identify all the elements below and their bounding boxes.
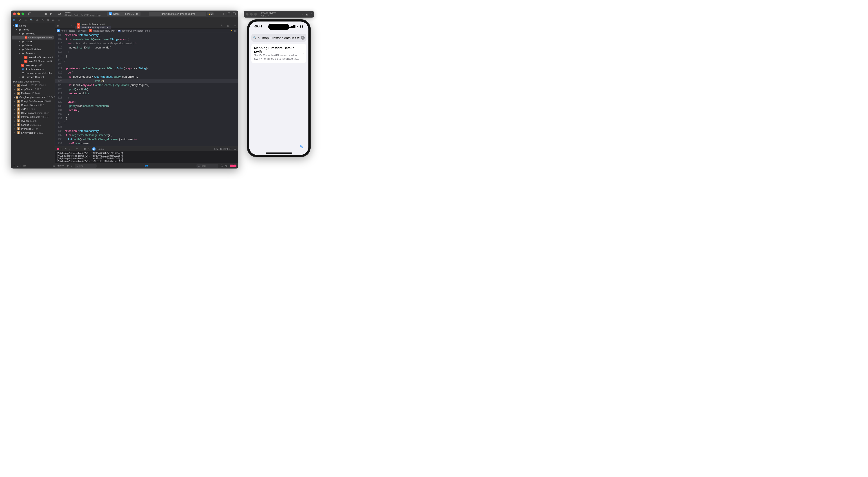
- nav-item[interactable]: ▣Assets.xcassets: [11, 67, 55, 71]
- home-icon[interactable]: ⌂: [301, 13, 303, 16]
- home-indicator[interactable]: [266, 153, 292, 154]
- warning-icon[interactable]: ▲: [230, 30, 232, 32]
- nav-item[interactable]: ☰GoogleService-Info.plist: [11, 71, 55, 75]
- navigator-filter-input[interactable]: [21, 165, 51, 167]
- code-line[interactable]: 130 print(error.localizedDescription): [55, 104, 238, 108]
- library-icon[interactable]: [227, 12, 231, 15]
- code-line[interactable]: 122 do {: [55, 70, 238, 74]
- package-dependency[interactable]: ▸▦leveldb 1.22.5: [11, 119, 55, 123]
- package-dependency[interactable]: ▸▦nanopb 2.30910.0: [11, 123, 55, 127]
- add-target-icon[interactable]: ＋: [13, 164, 16, 167]
- report-navigator-icon[interactable]: ☰: [58, 19, 60, 22]
- jump-bar[interactable]: ▣ Notes› Notes› Services› S NotesReposit…: [55, 29, 238, 33]
- nav-item[interactable]: SNotesApp.swift: [11, 63, 55, 67]
- nav-item[interactable]: SNoteEditScreen.swift: [11, 59, 55, 63]
- code-line[interactable]: 136extension NotesRepository {: [55, 129, 238, 133]
- sim-traffic-lights[interactable]: [246, 13, 257, 15]
- code-line[interactable]: 118 }: [55, 54, 238, 58]
- search-field[interactable]: 🔍 ✕: [251, 34, 306, 42]
- editor-tab[interactable]: SNotesListScreen.swift: [75, 23, 111, 26]
- adjust-editor-icon[interactable]: ⇆: [218, 23, 225, 28]
- nav-item[interactable]: SNotesRepository.swift: [12, 36, 54, 39]
- editor-options-icon[interactable]: ▭: [231, 23, 238, 28]
- package-dependency[interactable]: ▸▦abseil 1.2024011601.1: [11, 84, 55, 87]
- code-line[interactable]: 128 }: [55, 95, 238, 100]
- code-line[interactable]: 133 }: [55, 116, 238, 121]
- code-line[interactable]: 123 let queryRequest = QueryRequest(quer…: [55, 74, 238, 79]
- code-line[interactable]: 137 func registerAuthChangeListener() {: [55, 133, 238, 137]
- nav-item[interactable]: ▸📁ViewModifiers: [11, 47, 55, 51]
- minimap-toggle-icon[interactable]: ▥: [234, 29, 237, 32]
- share-icon[interactable]: ⤴: [71, 165, 72, 167]
- compose-icon[interactable]: ✎: [300, 145, 304, 150]
- step-out-icon[interactable]: ↑: [72, 148, 73, 150]
- nav-forward-icon[interactable]: ›: [68, 23, 75, 28]
- related-items-icon[interactable]: ▤: [55, 23, 61, 28]
- bookmark-navigator-icon[interactable]: ☰: [24, 19, 27, 22]
- scheme-branch-icon[interactable]: [58, 12, 61, 15]
- code-line[interactable]: 134}: [55, 121, 238, 125]
- simulate-location-icon[interactable]: ➤: [88, 148, 90, 150]
- env-overrides-icon[interactable]: ⚙: [84, 148, 86, 150]
- pause-icon[interactable]: ‖: [61, 148, 63, 150]
- package-dependency[interactable]: ▸▦SwiftProtobuf 1.26.0: [11, 131, 55, 135]
- code-line[interactable]: 126 print(result.ids): [55, 87, 238, 91]
- console-toggle-icon[interactable]: ▭: [234, 148, 236, 150]
- code-line[interactable]: 119}: [55, 58, 238, 62]
- recent-filter-icon[interactable]: ▭: [53, 164, 55, 167]
- package-dependency[interactable]: ▸▦GoogleDataTransport 9.4.0: [11, 99, 55, 103]
- code-line[interactable]: 121 private func performQuery(searchTerm…: [55, 66, 238, 70]
- console-filter[interactable]: ⌕: [196, 164, 218, 168]
- window-traffic-lights[interactable]: [13, 12, 24, 15]
- code-line[interactable]: 139 self.user = user: [55, 141, 238, 146]
- code-line[interactable]: 124 limit: 2): [55, 79, 238, 83]
- nav-root[interactable]: ▾▣ Notes: [11, 24, 55, 28]
- add-tab-icon[interactable]: [222, 12, 225, 15]
- package-dependency[interactable]: ▸▦AppCheck 10.19.0: [11, 87, 55, 91]
- memory-graph-icon[interactable]: ⌖: [80, 148, 82, 150]
- run-icon[interactable]: [49, 12, 53, 15]
- zoom-window-icon[interactable]: [22, 12, 24, 15]
- screenshot-icon[interactable]: ◧: [306, 13, 308, 16]
- code-line[interactable]: 135: [55, 125, 238, 129]
- nav-item[interactable]: ▾📁Notes: [11, 28, 55, 32]
- nav-item[interactable]: ▸📁Model: [11, 39, 55, 43]
- nav-item[interactable]: ▾📁Screens: [11, 51, 55, 55]
- test-navigator-icon[interactable]: ◇: [42, 19, 44, 22]
- share-icon[interactable]: ⤴: [310, 13, 312, 16]
- minimize-window-icon[interactable]: [17, 12, 20, 15]
- step-over-icon[interactable]: ↷: [65, 148, 67, 150]
- code-line[interactable]: 129 catch {: [55, 100, 238, 104]
- code-line[interactable]: 116 notes.first {$0.id == documentId }: [55, 45, 238, 50]
- metadata-icon[interactable]: ⓘ: [221, 164, 223, 167]
- warning-badge[interactable]: ▲ 2: [207, 12, 214, 15]
- code-line[interactable]: 132 }: [55, 112, 238, 116]
- breakpoints-toggle-icon[interactable]: [57, 148, 59, 150]
- debug-navigator-icon[interactable]: ⊘: [47, 19, 49, 22]
- code-line[interactable]: 115 self.notes = documentIds.compactMap …: [55, 41, 238, 45]
- code-line[interactable]: 117 }: [55, 50, 238, 54]
- nav-item[interactable]: ▸📁Preview Content: [11, 75, 55, 79]
- package-dependency[interactable]: ▸▦Firebase 10.24.0: [11, 91, 55, 95]
- search-result-item[interactable]: Mapping Firestore Data in Swift Swift's …: [251, 44, 306, 63]
- search-input[interactable]: [258, 36, 300, 40]
- add-editor-icon[interactable]: ▥: [225, 23, 231, 28]
- auto-variables-label[interactable]: Auto ⟳: [57, 164, 64, 167]
- sidebar-right-toggle-icon[interactable]: [232, 12, 236, 15]
- scheme-selector[interactable]: ▣ Notes › iPhone 15 Pro: [107, 12, 141, 16]
- issue-navigator-icon[interactable]: ⚠︎: [36, 19, 39, 22]
- close-window-icon[interactable]: [246, 13, 248, 15]
- nav-item[interactable]: SNotesListScreen.swift: [11, 55, 55, 59]
- code-line[interactable]: 108extension NotesRepository {: [55, 33, 238, 37]
- code-line[interactable]: 120: [55, 62, 238, 66]
- package-dependency[interactable]: ▸▦gRPC 1.62.2: [11, 107, 55, 111]
- find-navigator-icon[interactable]: 🔍: [30, 19, 33, 22]
- package-dependency[interactable]: ▸▦GoogleUtilities 7.13.1: [11, 103, 55, 107]
- code-line[interactable]: 127 return result.ids: [55, 91, 238, 95]
- trash-icon[interactable]: 🗑: [225, 165, 228, 167]
- nav-back-icon[interactable]: ‹: [61, 23, 68, 28]
- debug-console[interactable]: ["GybbVqm9jHoaodmwVpYv", "JZK34KZ9iDFWi3…: [55, 151, 238, 163]
- code-line[interactable]: 131 return []: [55, 108, 238, 112]
- people-icon[interactable]: 👥: [145, 164, 148, 167]
- code-line[interactable]: 109 func semanticSearch(searchTerm: Stri…: [55, 37, 238, 41]
